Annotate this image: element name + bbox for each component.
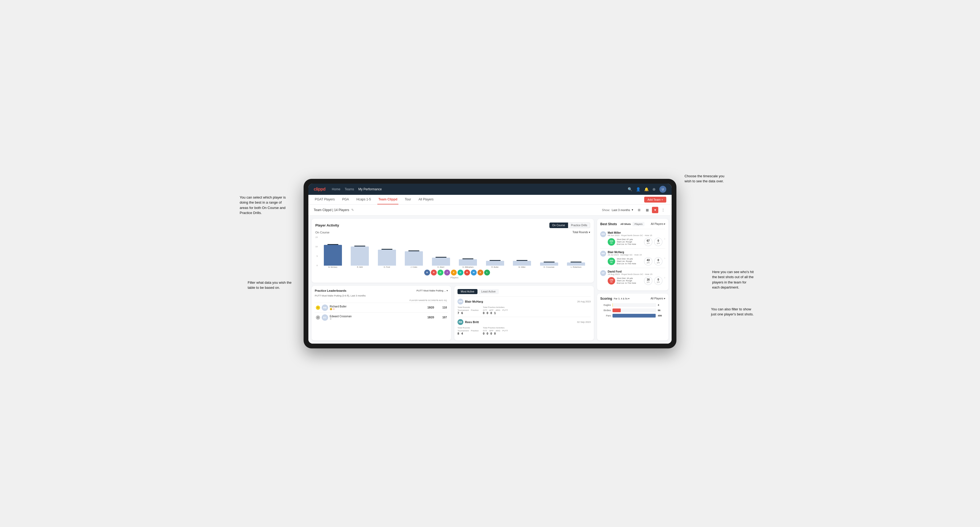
bottom-row: Practice Leaderboards PUTT Must Make Put… [312, 286, 594, 340]
user-icon[interactable]: 👤 [636, 187, 641, 191]
player-name-blair: Blair McHarg [465, 300, 483, 303]
nav-my-performance[interactable]: My Performance [358, 187, 382, 191]
bar-chart: B. McHargR. BrittD. FordJ. ColesE. Ebert… [319, 236, 590, 268]
rounds-label-1: Total Rounds [458, 306, 479, 308]
view-grid-icon[interactable]: ⊞ [636, 207, 642, 213]
player-avatar-0: B [424, 270, 430, 275]
shot-entry-1[interactable]: MM Matt Miller 09 Jun 2023 · Royal North… [600, 229, 665, 248]
sub-nav: PGAT Players PGA Hcaps 1-5 Team Clippd T… [309, 195, 671, 205]
tab-pgat-players[interactable]: PGAT Players [314, 195, 336, 205]
view-list-icon[interactable]: ▦ [644, 207, 650, 213]
birdies-bar-wrap [612, 308, 656, 312]
player-activity-title: Player Activity [315, 223, 339, 227]
y-label-5: 5 [315, 255, 318, 257]
add-team-button[interactable]: Add Team + [644, 197, 666, 203]
avatar[interactable]: U [659, 186, 666, 193]
bar-group-2: D. Ford [374, 242, 400, 268]
player-thumb-df: DF [600, 270, 606, 276]
shot-player-3: David Ford [608, 270, 663, 273]
shot-info-2: Blair McHarg 23 Jul 2023 · Ashridge GC ·… [608, 251, 663, 266]
shot-badge-3: 198 SG [608, 277, 615, 284]
tab-all-players[interactable]: All Players [417, 195, 434, 205]
shots-tab-all[interactable]: All Shots [619, 222, 633, 226]
all-players-dropdown[interactable]: All Players ▾ [651, 222, 665, 225]
bar-1[interactable] [351, 246, 369, 266]
chart-filter-dropdown[interactable]: Total Rounds ▾ [573, 231, 590, 234]
bar-0[interactable] [324, 245, 342, 266]
tab-pga[interactable]: PGA [341, 195, 350, 205]
search-icon[interactable]: 🔍 [628, 187, 632, 191]
shot-stats-1: 200 SG Shot Dist: 67 yds Start Lie: Roug… [608, 238, 663, 246]
shot-entry-3[interactable]: DF David Ford 24 Aug 2023 · Royal North … [600, 268, 665, 287]
player-avatar-4: E [451, 270, 457, 275]
practice-vals-1: 0 0 0 1 [483, 311, 508, 314]
edit-icon[interactable]: ✎ [351, 208, 354, 212]
tab-least-active[interactable]: Least Active [478, 289, 499, 294]
leaderboard-row-2[interactable]: 2 EC Edward Crossman ② 18/20 107 [315, 313, 448, 322]
nav-home[interactable]: Home [332, 187, 340, 191]
bar-5[interactable] [459, 259, 477, 266]
shots-tab-players[interactable]: Players [633, 222, 644, 226]
scoring-players-filter[interactable]: All Players ▾ [651, 297, 665, 300]
dist-circle-3: 16 yds [644, 276, 652, 285]
bar-2[interactable] [378, 250, 396, 266]
shot-player-2: Blair McHarg [608, 251, 663, 254]
scoring-bar-birdies: Birdies 96 [600, 308, 665, 312]
score-edward: 18/20 [423, 316, 434, 319]
leaderboard-title: Practice Leaderboards [315, 289, 347, 292]
player-avatar-7: M [471, 270, 477, 275]
shot-details-2: 23 Jul 2023 · Ashridge GC · Hole 15 [608, 254, 663, 256]
bar-8[interactable] [540, 262, 558, 266]
practice-cols-2: GTTAPPARGPUTT [483, 330, 508, 332]
bar-name-9: L. Robertson [571, 266, 581, 268]
y-label-15: 15 [315, 236, 318, 238]
bar-3[interactable] [405, 251, 423, 266]
bar-9[interactable] [567, 262, 585, 266]
player-thumb-rb: RB [322, 305, 328, 311]
player-date-rees: 02 Sep 2023 [577, 321, 591, 323]
y-label-10: 10 [315, 245, 318, 248]
player-thumb-ec: EC [322, 314, 328, 321]
active-stats-rees: Total Rounds TournamentPractice 8 4 [458, 327, 591, 335]
shot-dist-info-3: Shot Dist: 16 yds Start Lie: Rough End L… [617, 277, 642, 284]
practice-drills-toggle[interactable]: Practice Drills [568, 222, 590, 228]
shot-entry-2[interactable]: BM Blair McHarg 23 Jul 2023 · Ashridge G… [600, 248, 665, 268]
bar-7[interactable] [513, 261, 531, 266]
show-dropdown[interactable]: Last 3 months [612, 208, 630, 211]
tournament-val-2: 8 [458, 332, 459, 335]
bar-name-7: M. Miller [519, 266, 525, 268]
on-course-toggle[interactable]: On Course [549, 222, 568, 228]
player-activity-card: Player Activity On Course Practice Drill… [312, 219, 594, 283]
main-content: Player Activity On Course Practice Drill… [309, 216, 671, 344]
top-nav: clippd Home Teams My Performance 🔍 👤 🔔 ⊕… [309, 184, 671, 195]
player-avatar-8: E [477, 270, 483, 275]
leaderboard-cols: PLAYER NAME PB SCORE PB AVG SQ [315, 299, 448, 302]
scoring-title: Scoring [600, 297, 612, 300]
active-player-header-1: BM Blair McHarg 26 Aug 2023 [458, 298, 591, 305]
scoring-filter[interactable]: Par 3, 4 & 5s ▾ [614, 297, 630, 300]
tablet-screen: clippd Home Teams My Performance 🔍 👤 🔔 ⊕… [309, 184, 671, 344]
bar-4[interactable] [432, 258, 450, 266]
scoring-bar-pars: Pars 499 [600, 314, 665, 317]
shot-info-3: David Ford 24 Aug 2023 · Royal North Dev… [608, 270, 663, 285]
tab-team-clippd[interactable]: Team Clippd [377, 195, 398, 205]
nav-teams[interactable]: Teams [345, 187, 354, 191]
tab-most-active[interactable]: Most Active [458, 289, 477, 294]
leaderboard-filter[interactable]: PUTT Must Make Putting ... ▾ [417, 289, 448, 292]
player-avatar-2: D [438, 270, 444, 275]
tab-hcaps[interactable]: Hcaps 1-5 [355, 195, 372, 205]
view-settings-icon[interactable]: ⋮ [660, 207, 666, 213]
add-icon[interactable]: ⊕ [652, 187, 655, 191]
leaderboard-row-1[interactable]: 1 RB Richard Butler 😊 ① 19/20 110 [315, 303, 448, 313]
show-dropdown-arrow[interactable]: ▾ [632, 208, 633, 211]
view-heart-icon[interactable]: ♥ [652, 207, 658, 213]
bar-name-1: R. Britt [357, 266, 363, 268]
tab-tour[interactable]: Tour [404, 195, 412, 205]
callout-player-select: You can select which player isdoing the … [240, 195, 286, 216]
active-player-header-2: RB Rees Britt 02 Sep 2023 [458, 319, 591, 325]
eagles-bar-wrap [612, 303, 656, 307]
callout-player-filter: You can also filter to showjust one play… [711, 306, 754, 317]
bell-icon[interactable]: 🔔 [644, 187, 649, 191]
bar-6[interactable] [486, 261, 504, 266]
practice-val-2: 4 [461, 332, 463, 335]
